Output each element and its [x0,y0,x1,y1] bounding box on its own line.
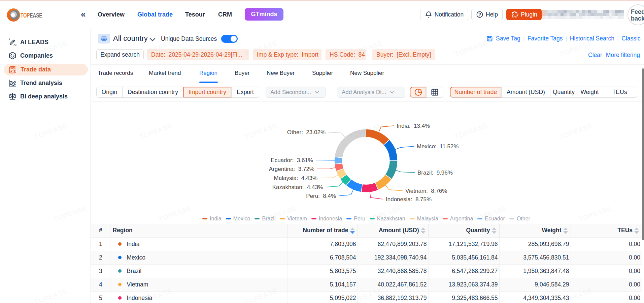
svg-text:Brazil: 9.96%: Brazil: 9.96% [417,170,453,176]
svg-text:Vietnam: 8.76%: Vietnam: 8.76% [405,188,447,194]
svg-text:India: 13.4%: India: 13.4% [397,123,430,129]
svg-text:Peru: 8.4%: Peru: 8.4% [306,193,336,199]
svg-text:Ecuador: 3.61%: Ecuador: 3.61% [271,157,313,163]
svg-text:Malaysia: 4.43%: Malaysia: 4.43% [274,175,317,181]
svg-text:Other: 23.02%: Other: 23.02% [287,129,326,135]
svg-text:AI: AI [13,43,16,47]
svg-text:Argentina: 3.72%: Argentina: 3.72% [269,166,314,172]
svg-text:Mexico: 11.52%: Mexico: 11.52% [417,143,459,150]
svg-text:Indonesia: 8.75%: Indonesia: 8.75% [386,196,432,203]
svg-text:$: $ [13,69,16,74]
svg-text:Kazakhstan: 4.43%: Kazakhstan: 4.43% [272,184,323,190]
